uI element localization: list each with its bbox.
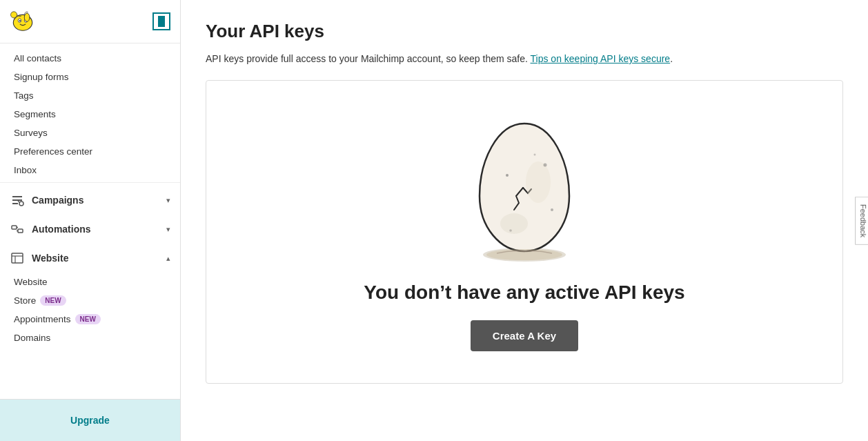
sidebar-item-label: Domains (14, 333, 50, 343)
svg-point-18 (506, 174, 509, 177)
svg-rect-11 (18, 229, 23, 233)
sidebar-item-label: Appointments (14, 314, 71, 324)
sidebar-nav: All contacts Signup forms Tags Segments … (0, 43, 180, 399)
sidebar-item-preferences-center[interactable]: Preferences center (0, 142, 180, 161)
svg-point-7 (11, 12, 17, 18)
sidebar-item-inbox[interactable]: Inbox (0, 161, 180, 179)
chevron-down-icon: ▾ (166, 196, 170, 205)
svg-point-17 (500, 213, 528, 234)
svg-point-20 (551, 208, 553, 211)
sidebar-item-signup-forms[interactable]: Signup forms (0, 68, 180, 86)
website-icon (10, 251, 25, 266)
sidebar-item-label: Segments (14, 109, 56, 119)
sidebar-section-website[interactable]: Website ▴ (0, 244, 180, 273)
sidebar-item-segments[interactable]: Segments (0, 105, 180, 124)
main-content: Your API keys API keys provide full acce… (181, 0, 868, 441)
sidebar-item-label: Surveys (14, 128, 48, 138)
sidebar-section-campaigns[interactable]: Campaigns ▾ (0, 186, 180, 215)
sidebar-toggle-button[interactable] (152, 12, 170, 30)
create-key-button[interactable]: Create A Key (471, 320, 578, 351)
empty-state-title: You don’t have any active API keys (364, 282, 684, 304)
page-description: API keys provide full access to your Mai… (206, 52, 843, 66)
sidebar-item-label: Signup forms (14, 72, 69, 82)
sidebar-item-surveys[interactable]: Surveys (0, 124, 180, 142)
website-label: Website (32, 253, 159, 264)
sidebar-item-label: Website (14, 277, 48, 287)
svg-point-8 (19, 202, 23, 206)
svg-rect-12 (12, 253, 23, 263)
svg-point-21 (509, 229, 512, 232)
sidebar-item-label: Inbox (14, 165, 37, 175)
sidebar-item-label: Preferences center (14, 146, 92, 157)
svg-rect-10 (12, 226, 17, 229)
sidebar-item-label: All contacts (14, 53, 61, 63)
sidebar-item-store[interactable]: Store New (0, 291, 180, 310)
toggle-inner-icon (158, 16, 165, 27)
description-text: API keys provide full access to your Mai… (206, 53, 528, 64)
egg-illustration (462, 113, 586, 265)
store-new-badge: New (40, 295, 66, 306)
sidebar-item-all-contacts[interactable]: All contacts (0, 49, 180, 68)
sidebar-footer: Upgrade (0, 399, 180, 441)
sidebar: All contacts Signup forms Tags Segments … (0, 0, 181, 441)
svg-point-22 (534, 153, 536, 155)
svg-line-9 (18, 201, 19, 202)
svg-point-19 (544, 163, 547, 166)
chevron-down-icon: ▾ (166, 225, 170, 234)
sidebar-header (0, 0, 180, 43)
page-title: Your API keys (206, 21, 843, 42)
campaigns-label: Campaigns (32, 195, 159, 206)
sidebar-item-domains[interactable]: Domains (0, 329, 180, 347)
svg-point-16 (526, 161, 551, 203)
divider (0, 182, 180, 183)
upgrade-button[interactable]: Upgrade (10, 408, 170, 433)
automations-label: Automations (32, 224, 159, 235)
svg-point-4 (19, 20, 21, 21)
api-keys-link[interactable]: Tips on keeping API keys secure (531, 53, 671, 64)
mailchimp-logo[interactable] (10, 7, 36, 36)
sidebar-item-tags[interactable]: Tags (0, 86, 180, 105)
sidebar-item-label: Store (14, 295, 36, 306)
empty-state: You don’t have any active API keys Creat… (350, 86, 698, 379)
sidebar-item-label: Tags (14, 90, 34, 101)
sidebar-item-website[interactable]: Website (0, 273, 180, 291)
chevron-up-icon: ▴ (166, 254, 170, 263)
sidebar-item-appointments[interactable]: Appointments New (0, 310, 180, 329)
feedback-tab[interactable]: Feedback (855, 196, 868, 244)
appointments-new-badge: New (75, 314, 101, 324)
campaigns-icon (10, 193, 25, 208)
api-keys-panel: You don’t have any active API keys Creat… (206, 80, 843, 384)
sidebar-section-automations[interactable]: Automations ▾ (0, 215, 180, 244)
automations-icon (10, 222, 25, 237)
svg-point-6 (24, 13, 30, 21)
